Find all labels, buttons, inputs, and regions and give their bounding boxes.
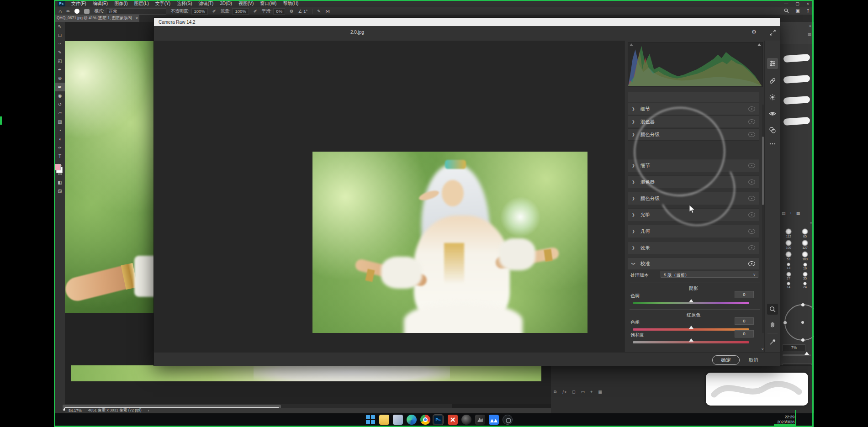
screen-mode-icon[interactable]: ▢ bbox=[55, 186, 65, 195]
eye-icon[interactable] bbox=[748, 132, 755, 137]
quick-select-tool[interactable]: ✎ bbox=[55, 48, 65, 57]
opacity-pressure-icon[interactable]: ✐ bbox=[212, 9, 216, 14]
spot-heal-tool[interactable]: ⊕ bbox=[55, 74, 65, 83]
menu-help[interactable]: 帮助(H) bbox=[280, 0, 302, 7]
brush-tip[interactable]: 183 bbox=[798, 251, 812, 261]
share-icon[interactable]: ↥ bbox=[806, 8, 810, 13]
marquee-tool[interactable]: ◻ bbox=[55, 31, 65, 39]
eye-icon[interactable] bbox=[748, 261, 755, 266]
brush-tip[interactable]: 53 bbox=[782, 251, 795, 261]
search-icon[interactable] bbox=[784, 8, 789, 13]
panel-opacity-value[interactable]: 7% bbox=[783, 344, 805, 351]
color-wheel[interactable] bbox=[784, 304, 814, 341]
menu-file[interactable]: 文件(F) bbox=[68, 0, 90, 7]
eye-icon[interactable] bbox=[748, 179, 755, 185]
dodge-tool[interactable]: ◖ bbox=[55, 135, 65, 143]
lasso-tool[interactable]: ∽ bbox=[55, 39, 65, 48]
symmetry-icon[interactable]: ⋈ bbox=[325, 9, 330, 14]
eye-icon[interactable] bbox=[748, 106, 755, 111]
clone-stamp-tool[interactable]: ◉ bbox=[55, 91, 65, 100]
brush-tip[interactable]: 14 bbox=[782, 282, 795, 289]
opacity-value[interactable]: 100% bbox=[191, 8, 208, 15]
more-options-icon[interactable] bbox=[767, 138, 778, 149]
mode-select[interactable]: 正常 bbox=[106, 8, 166, 15]
eye-icon[interactable] bbox=[748, 163, 755, 168]
adjustment-icon[interactable]: ▭ bbox=[581, 390, 585, 395]
camera-raw-titlebar[interactable]: Camera Raw 14.2 bbox=[154, 18, 780, 26]
ok-button[interactable]: 确定 bbox=[712, 355, 740, 365]
brush-stroke-preview[interactable] bbox=[783, 117, 810, 126]
menu-type[interactable]: 文字(Y) bbox=[152, 0, 174, 7]
folder-icon[interactable]: ▤ bbox=[782, 211, 786, 216]
add-icon[interactable]: + bbox=[790, 211, 792, 216]
sidebar-scrollbar-thumb[interactable] bbox=[762, 137, 764, 205]
hue-slider[interactable] bbox=[633, 328, 749, 331]
brush-angle-value[interactable]: 1° bbox=[303, 9, 307, 14]
type-tool[interactable]: T bbox=[55, 152, 65, 161]
red-app-icon[interactable] bbox=[448, 415, 458, 425]
photos-app-icon[interactable] bbox=[393, 415, 403, 425]
scroll-down-icon[interactable]: ∨ bbox=[761, 347, 764, 351]
start-button[interactable] bbox=[365, 415, 376, 425]
menu-layer[interactable]: 图层(L) bbox=[131, 0, 152, 7]
menu-image[interactable]: 图像(I) bbox=[111, 0, 131, 7]
sidebar-scrollbar[interactable] bbox=[762, 105, 764, 333]
brush-stroke-preview[interactable] bbox=[783, 96, 810, 105]
brush-tip[interactable]: 112 bbox=[782, 228, 795, 238]
recorder-app-icon[interactable] bbox=[503, 415, 513, 425]
window-minimize-button[interactable]: — bbox=[784, 1, 788, 6]
document-tab[interactable]: QHQ_0671.jpg @ 41% (图层 1, 图层蒙版/8) × bbox=[54, 15, 139, 22]
foreground-color-swatch[interactable] bbox=[54, 164, 61, 170]
histogram[interactable] bbox=[628, 42, 763, 87]
zoom-tool-icon[interactable] bbox=[767, 304, 778, 315]
hue-value[interactable]: 0 bbox=[735, 317, 754, 325]
quick-mask-icon[interactable]: ◧ bbox=[55, 178, 65, 187]
healing-icon[interactable] bbox=[767, 75, 778, 86]
cancel-button[interactable]: 取消 bbox=[749, 357, 758, 364]
window-close-button[interactable]: × bbox=[807, 1, 809, 6]
saturation-value[interactable]: 0 bbox=[735, 330, 754, 337]
pressure-size-icon[interactable]: ✎ bbox=[317, 9, 321, 14]
brush-tip[interactable]: 35 bbox=[798, 272, 812, 280]
edit-icon[interactable] bbox=[767, 58, 778, 69]
presets-icon[interactable] bbox=[767, 125, 778, 136]
camera-app-icon[interactable] bbox=[461, 415, 471, 425]
brush-tip[interactable]: 24 bbox=[798, 282, 812, 289]
dark-app-icon[interactable] bbox=[475, 415, 485, 425]
menu-3d[interactable]: 3D(D) bbox=[217, 1, 235, 6]
menu-view[interactable]: 视图(V) bbox=[235, 0, 257, 7]
menu-edit[interactable]: 编辑(E) bbox=[90, 0, 111, 7]
panel-collapse-icon[interactable]: » bbox=[809, 24, 811, 28]
menu-select[interactable]: 选择(S) bbox=[174, 0, 195, 7]
home-icon[interactable]: ⌂ bbox=[58, 8, 62, 15]
eye-icon[interactable] bbox=[748, 245, 755, 250]
menu-window[interactable]: 窗口(W) bbox=[257, 0, 280, 7]
brush-tool[interactable]: ✏ bbox=[55, 83, 65, 91]
section-calibration[interactable]: ❯ 校准 bbox=[628, 258, 759, 269]
eyedropper-tool[interactable]: ✒ bbox=[55, 65, 65, 74]
eye-icon[interactable] bbox=[748, 119, 755, 124]
status-chevron-icon[interactable]: › bbox=[148, 408, 149, 413]
history-brush-tool[interactable]: ↺ bbox=[55, 100, 65, 109]
brush-tip-preview-icon[interactable] bbox=[74, 9, 79, 14]
brush-stroke-preview[interactable] bbox=[783, 75, 810, 84]
horizontal-scrollbar[interactable] bbox=[65, 404, 452, 408]
layer-mask-icon[interactable]: ◻ bbox=[572, 390, 575, 395]
workspace-icon[interactable]: ▣ bbox=[795, 8, 799, 13]
chrome-icon[interactable] bbox=[420, 415, 430, 425]
brush-stroke-preview[interactable] bbox=[783, 54, 810, 63]
eye-icon[interactable] bbox=[748, 212, 755, 217]
red-eye-icon[interactable] bbox=[767, 108, 778, 119]
move-tool[interactable]: ⇖ bbox=[55, 22, 65, 31]
edge-icon[interactable] bbox=[407, 415, 417, 425]
fx-icon[interactable]: ƒx bbox=[562, 390, 566, 395]
brush-preset-icon[interactable]: ✏ bbox=[66, 9, 70, 14]
taskbar-clock[interactable]: 22:29 2023/3/28 bbox=[777, 415, 794, 425]
brush-panel-toggle-icon[interactable] bbox=[84, 9, 90, 14]
window-restore-button[interactable]: ▢ bbox=[795, 1, 799, 6]
saturation-slider[interactable] bbox=[633, 341, 749, 343]
status-zoom-value[interactable]: 54.17% bbox=[69, 408, 82, 413]
blue-app-icon[interactable] bbox=[489, 415, 499, 425]
camera-raw-fullscreen-icon[interactable] bbox=[770, 30, 776, 36]
delete-layer-icon[interactable]: ▦ bbox=[598, 390, 602, 395]
